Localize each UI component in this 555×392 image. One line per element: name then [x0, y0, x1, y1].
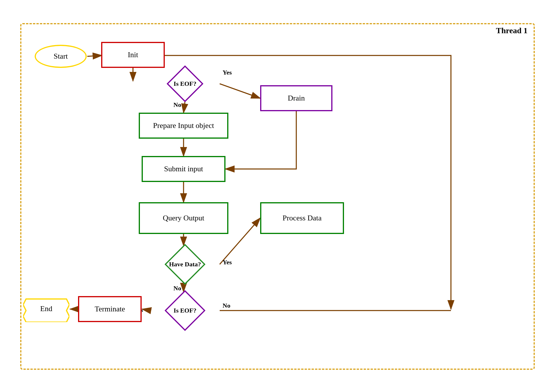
init-node: Init: [101, 42, 165, 68]
query-node: Query Output: [139, 202, 228, 234]
label-yes-havedata: Yes: [223, 259, 232, 266]
havedata-label: Have Data?: [169, 261, 201, 268]
process-label: Process Data: [282, 214, 321, 222]
drain-label: Drain: [288, 94, 305, 103]
submit-node: Submit input: [142, 156, 225, 182]
eof2-node: Is EOF?: [150, 292, 220, 329]
init-label: Init: [128, 51, 138, 59]
end-node: End: [23, 296, 69, 322]
eof1-label: Is EOF?: [174, 80, 197, 88]
prepare-label: Prepare Input object: [153, 121, 214, 130]
eof2-label: Is EOF?: [174, 307, 197, 314]
flowchart-canvas: Thread 1: [0, 0, 555, 392]
eof1-node: Is EOF?: [153, 66, 217, 101]
prepare-node: Prepare Input object: [139, 113, 228, 139]
label-yes-eof1: Yes: [223, 69, 232, 76]
label-no-eof1: No: [173, 101, 181, 109]
terminate-node: Terminate: [78, 296, 142, 322]
terminate-label: Terminate: [95, 305, 125, 313]
svg-text:End: End: [40, 304, 52, 313]
label-no-eof2: No: [223, 302, 230, 309]
drain-node: Drain: [260, 85, 332, 111]
submit-label: Submit input: [164, 165, 203, 173]
havedata-node: Have Data?: [150, 246, 220, 283]
process-node: Process Data: [260, 202, 344, 234]
start-node: Start: [35, 45, 87, 68]
query-label: Query Output: [163, 214, 204, 222]
label-no-havedata: No: [173, 285, 181, 292]
thread-label: Thread 1: [496, 26, 528, 35]
start-label: Start: [53, 52, 68, 61]
